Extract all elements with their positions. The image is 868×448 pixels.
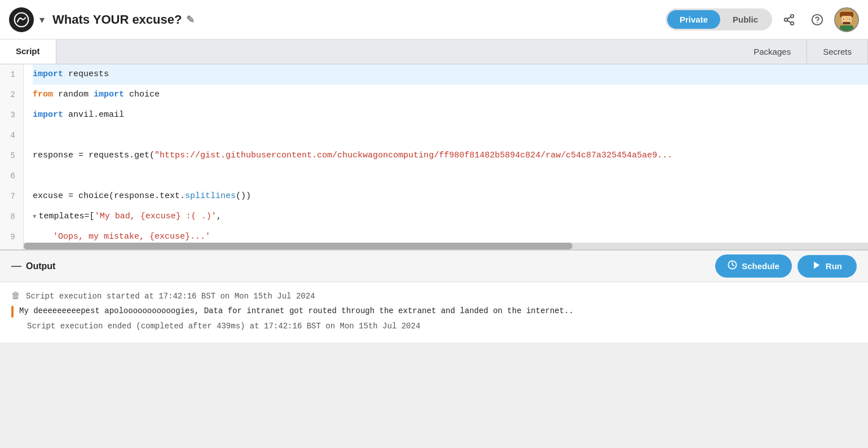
log-line-3: Script execution ended (completed after … — [11, 320, 857, 332]
clock-icon — [728, 260, 737, 272]
tab-packages-label: Packages — [754, 47, 791, 56]
output-header: — Output Schedule Run — [0, 251, 868, 282]
svg-rect-14 — [849, 19, 850, 20]
fold-arrow-8[interactable]: ▼ — [33, 207, 37, 227]
code-line-3: import anvil.email — [33, 105, 868, 125]
project-title-text: Whats YOUR excuse? — [52, 12, 182, 27]
svg-rect-16 — [840, 25, 853, 31]
code-editor[interactable]: 1 2 3 4 5 6 7 8 9 import requests from r… — [0, 64, 868, 251]
output-log: 🗑 Script execution started at 17:42:16 B… — [0, 282, 868, 342]
edit-title-icon[interactable]: ✎ — [186, 14, 195, 26]
run-label: Run — [826, 261, 842, 271]
project-dropdown-chevron[interactable]: ▾ — [39, 14, 45, 26]
schedule-button[interactable]: Schedule — [715, 254, 792, 278]
header: ▾ Whats YOUR excuse? ✎ Private Public — [0, 0, 868, 39]
output-label: Output — [26, 261, 55, 271]
play-icon — [812, 261, 821, 272]
share-button[interactable] — [778, 8, 800, 31]
schedule-label: Schedule — [742, 261, 779, 271]
tab-secrets-label: Secrets — [823, 47, 852, 56]
log-text-3: Script execution ended (completed after … — [11, 320, 857, 332]
svg-point-0 — [15, 12, 29, 27]
log-text-1: Script execution started at 17:42:16 BST… — [26, 290, 857, 302]
horizontal-scrollbar[interactable] — [24, 243, 868, 249]
keyword-from: from — [33, 85, 53, 105]
private-button[interactable]: Private — [667, 10, 720, 29]
code-line-8: ▼ templates=[ 'My bad, {excuse} :( .)' , — [33, 207, 868, 227]
tab-script[interactable]: Script — [0, 39, 56, 64]
scrollbar-thumb[interactable] — [24, 243, 572, 249]
code-line-5: response = requests.get( "https://gist.g… — [33, 146, 868, 166]
code-line-2: from random import choice — [33, 85, 868, 105]
svg-marker-18 — [814, 262, 819, 269]
code-line-4 — [33, 125, 868, 146]
svg-rect-15 — [843, 22, 851, 24]
public-button[interactable]: Public — [720, 10, 770, 29]
project-title: Whats YOUR excuse? ✎ — [52, 12, 195, 27]
logo[interactable] — [9, 7, 34, 32]
code-line-6 — [33, 166, 868, 186]
avatar[interactable] — [834, 7, 859, 32]
keyword-import: import — [33, 64, 63, 85]
svg-rect-13 — [843, 19, 844, 20]
share-icon — [783, 14, 795, 26]
log-line-1: 🗑 Script execution started at 17:42:16 B… — [11, 290, 857, 302]
orange-bar — [11, 306, 14, 317]
help-button[interactable] — [806, 8, 829, 31]
svg-line-5 — [787, 16, 791, 19]
code-line-7: excuse = choice(response.text. splitline… — [33, 186, 868, 207]
trash-icon[interactable]: 🗑 — [11, 291, 20, 301]
run-button[interactable]: Run — [797, 255, 857, 278]
keyword-import-2: import — [94, 85, 124, 105]
visibility-toggle: Private Public — [666, 8, 772, 30]
collapse-output-icon: — — [11, 260, 21, 272]
tab-secrets[interactable]: Secrets — [807, 39, 868, 64]
log-line-2: My deeeeeeeeepest apolooooooooooogies, D… — [11, 305, 857, 317]
anvil-logo-icon — [14, 12, 29, 28]
avatar-image — [835, 8, 858, 31]
keyword-import-3: import — [33, 105, 63, 125]
code-body[interactable]: import requests from random import choic… — [24, 64, 868, 249]
line-numbers: 1 2 3 4 5 6 7 8 9 — [0, 64, 24, 249]
code-line-1: import requests — [33, 64, 868, 85]
tab-packages[interactable]: Packages — [738, 39, 807, 64]
output-toggle[interactable]: — Output — [11, 260, 55, 272]
tabs-bar: Script Packages Secrets — [0, 39, 868, 64]
help-icon — [811, 14, 823, 26]
log-text-2: My deeeeeeeeepest apolooooooooooogies, D… — [19, 305, 857, 317]
tab-script-label: Script — [16, 46, 40, 56]
svg-line-4 — [787, 20, 791, 23]
